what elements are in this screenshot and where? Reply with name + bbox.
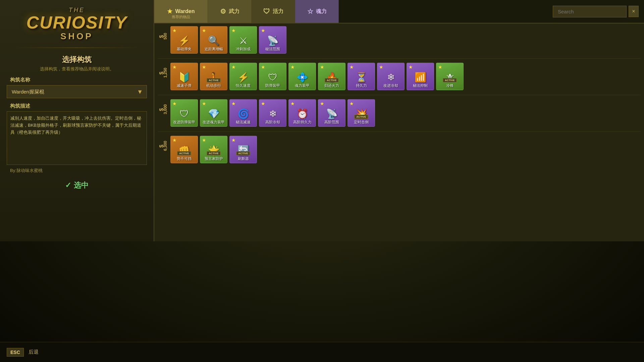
item-card-秘法范围[interactable]: ★ 📡 秘法范围 — [259, 26, 286, 54]
bottom-bar: ESC 后退 — [0, 342, 644, 362]
build-desc-textarea[interactable]: 减别人速度，加自己速度，开大吸吸，冲上去抗伤害。定时击倒，秘法减速，BKB放额外… — [7, 111, 147, 165]
section-subtitle: 选择构筑，查看推荐物品并阅读说明。 — [40, 66, 114, 72]
item-card-减速子弹[interactable]: ★ 🔰 减速子弹 — [170, 63, 198, 90]
item-card-改进冷却[interactable]: ★ ❄ 改进冷却 — [377, 63, 405, 90]
item-star-icon: ★ — [202, 101, 206, 106]
item-card-高阶范围[interactable]: ★ 📡 高阶范围 — [318, 99, 345, 127]
item-star-icon: ★ — [231, 137, 236, 143]
item-icon-近距离增幅: 🔍 — [208, 35, 220, 46]
item-label-改进防弹装甲: 改进防弹装甲 — [172, 120, 196, 124]
logo-curiosity: CURIOSITY — [7, 14, 147, 31]
item-card-魂力装甲[interactable]: ★ 💠 魂力装甲 — [288, 63, 316, 90]
coin-icon: $ — [159, 108, 165, 111]
item-label-预言家防护: 预言家防护 — [204, 157, 224, 161]
item-card-定时击倒[interactable]: ★ 💥 ACTIVE 定时击倒 — [347, 99, 375, 127]
item-label-归还火力: 归还火力 — [324, 83, 340, 88]
search-input[interactable] — [553, 6, 627, 17]
item-icon-魂力装甲: 💠 — [297, 72, 308, 83]
item-icon-秘法减速: 🌀 — [237, 108, 249, 119]
divider-top — [14, 48, 140, 48]
item-label-冷锋: 冷锋 — [445, 83, 454, 88]
select-button[interactable]: 选中 — [65, 180, 89, 190]
build-desc-label: 构筑描述 — [10, 103, 30, 109]
build-select-wrapper: Warden握屎棍 ▼ — [7, 85, 147, 98]
item-card-预言家防护[interactable]: ★ 🌟 ACTIVE 预言家防护 — [200, 136, 227, 163]
price-row-1: $1,250 ★ 🔰 减速子弹 ★ 🚶 ACTIVE 机动步行 ★ ⚡ 恒久速度… — [158, 60, 641, 93]
section-title: 选择构筑 — [62, 55, 92, 65]
price-label-1: $1,250 — [158, 60, 170, 87]
item-card-刷新器[interactable]: ★ 🔄 ACTIVE 刷新器 — [229, 136, 257, 163]
tab-force-label: 武力 — [229, 8, 239, 15]
active-badge: ACTIVE — [207, 78, 220, 82]
items-row-3: ★ 👊 ACTIVE 势不可挡 ★ 🌟 ACTIVE 预言家防护 ★ 🔄 ACT… — [170, 133, 641, 166]
item-star-icon: ★ — [202, 64, 206, 70]
item-star-icon: ★ — [172, 64, 177, 70]
item-icon-冲刺加成: ⚔ — [239, 35, 248, 46]
item-label-秘法范围: 秘法范围 — [265, 47, 281, 51]
item-star-icon: ★ — [172, 137, 177, 143]
items-row-0: ★ ⚡ 基础弹夹 ★ 🔍 近距离增幅 ★ ⚔ 冲刺加成 ★ 📡 秘法范围 — [170, 23, 641, 56]
item-label-秘法抑制: 秘法抑制 — [412, 83, 428, 88]
back-text: 后退 — [29, 349, 39, 355]
tab-warden-sub: 推荐的物品 — [172, 14, 190, 19]
item-card-归还火力[interactable]: ★ 🔥 ACTIVE 归还火力 — [318, 63, 345, 90]
item-card-机动步行[interactable]: ★ 🚶 ACTIVE 机动步行 — [200, 63, 227, 90]
item-icon-基础弹夹: ⚡ — [178, 35, 190, 46]
tab-force[interactable]: ⚙ 武力 — [208, 0, 252, 23]
item-card-近距离增幅[interactable]: ★ 🔍 近距离增幅 — [200, 26, 227, 54]
item-label-持久力: 持久力 — [355, 83, 368, 88]
price-row-2: $3,000 ★ 🛡 改进防弹装甲 ★ 💎 改进魂力装甲 ★ 🌀 秘法减速 ★ … — [158, 97, 641, 129]
item-label-刷新器: 刷新器 — [237, 157, 250, 161]
item-star-icon: ★ — [261, 64, 265, 70]
item-icon-秘法范围: 📡 — [267, 35, 279, 46]
item-label-定时击倒: 定时击倒 — [353, 120, 369, 124]
item-icon-改进冷却: ❄ — [387, 72, 395, 83]
item-card-势不可挡[interactable]: ★ 👊 ACTIVE 势不可挡 — [170, 136, 198, 163]
active-badge: ACTIVE — [443, 78, 457, 82]
price-row-3: $6,300 ★ 👊 ACTIVE 势不可挡 ★ 🌟 ACTIVE 预言家防护 … — [158, 133, 641, 166]
item-star-icon: ★ — [261, 28, 265, 33]
item-card-高阶持久力[interactable]: ★ ⏰ 高阶持久力 — [288, 99, 316, 127]
item-card-恒久速度[interactable]: ★ ⚡ 恒久速度 — [229, 63, 257, 90]
item-star-icon: ★ — [231, 101, 236, 106]
item-card-冲刺加成[interactable]: ★ ⚔ 冲刺加成 — [229, 26, 257, 54]
items-area[interactable]: $500 ★ ⚡ 基础弹夹 ★ 🔍 近距离增幅 ★ ⚔ 冲刺加成 ★ 📡 秘法范… — [154, 23, 644, 241]
item-label-魂力装甲: 魂力装甲 — [294, 83, 310, 88]
item-star-icon: ★ — [261, 101, 265, 106]
item-card-秘法抑制[interactable]: ★ 📶 秘法抑制 — [407, 63, 434, 90]
items-row-1: ★ 🔰 减速子弹 ★ 🚶 ACTIVE 机动步行 ★ ⚡ 恒久速度 ★ 🛡 防弹… — [170, 60, 641, 93]
item-label-近距离增幅: 近距离增幅 — [204, 47, 224, 51]
item-card-冷锋[interactable]: ★ 🗡 ACTIVE 冷锋 — [436, 63, 464, 90]
item-label-改进魂力装甲: 改进魂力装甲 — [202, 120, 225, 124]
search-close-button[interactable]: × — [629, 6, 639, 17]
search-box: × — [553, 6, 639, 17]
item-card-秘法减速[interactable]: ★ 🌀 秘法减速 — [229, 99, 257, 127]
active-badge: ACTIVE — [354, 115, 368, 119]
item-card-改进魂力装甲[interactable]: ★ 💎 改进魂力装甲 — [200, 99, 227, 127]
item-card-防弹装甲[interactable]: ★ 🛡 防弹装甲 — [259, 63, 286, 90]
build-name-label: 构筑名称 — [10, 77, 30, 83]
item-card-改进防弹装甲[interactable]: ★ 🛡 改进防弹装甲 — [170, 99, 198, 127]
item-label-改进冷却: 改进冷却 — [383, 83, 399, 88]
tab-active[interactable]: 🛡 活力 — [252, 0, 295, 23]
item-card-持久力[interactable]: ★ ⏳ 持久力 — [347, 63, 375, 90]
price-label-3: $6,300 — [158, 133, 170, 160]
tab-active-icon: 🛡 — [263, 8, 270, 15]
tab-warden[interactable]: ★ Warden 推荐的物品 — [154, 0, 208, 23]
tab-warden-label: Warden — [175, 8, 195, 14]
author-line: By:脉动味水蜜桃 — [10, 168, 43, 174]
item-card-高阶冷却[interactable]: ★ ❄ 高阶冷却 — [259, 99, 286, 127]
build-name-select[interactable]: Warden握屎棍 — [7, 85, 147, 98]
price-row-0: $500 ★ ⚡ 基础弹夹 ★ 🔍 近距离增幅 ★ ⚔ 冲刺加成 ★ 📡 秘法范… — [158, 23, 641, 56]
item-label-高阶持久力: 高阶持久力 — [292, 120, 312, 124]
item-label-冲刺加成: 冲刺加成 — [235, 47, 251, 51]
tab-soul-label: 魂力 — [316, 8, 327, 15]
tab-force-icon: ⚙ — [220, 7, 226, 15]
tab-soul[interactable]: ☆ 魂力 — [295, 0, 339, 23]
item-icon-高阶范围: 📡 — [326, 108, 338, 119]
item-star-icon: ★ — [379, 64, 383, 70]
right-panel: ★ Warden 推荐的物品 ⚙ 武力 🛡 活力 ☆ 魂力 × $500 ★ ⚡ — [154, 0, 644, 241]
item-card-基础弹夹[interactable]: ★ ⚡ 基础弹夹 — [170, 26, 198, 54]
item-icon-减速子弹: 🔰 — [178, 72, 190, 83]
item-icon-改进魂力装甲: 💎 — [208, 108, 220, 119]
